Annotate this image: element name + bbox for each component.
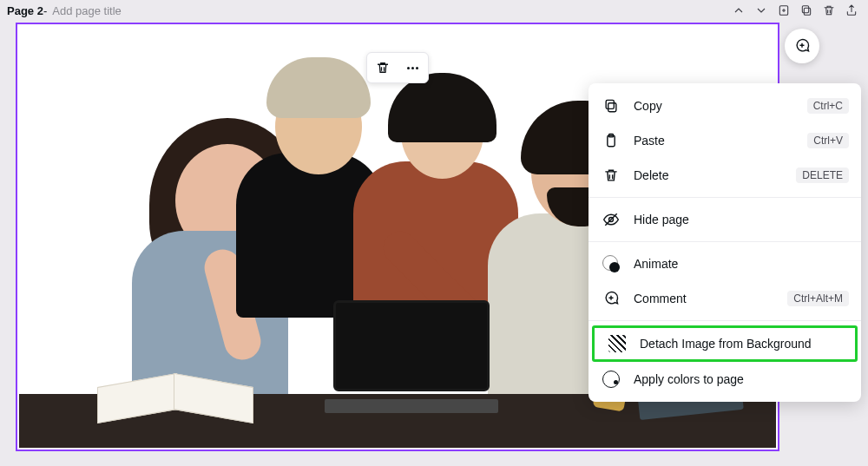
menu-item-apply-colors[interactable]: Apply colors to page: [589, 362, 861, 397]
menu-item-copy[interactable]: Copy Ctrl+C: [589, 89, 861, 123]
palette-icon: [601, 369, 621, 390]
menu-label: Detach Image from Background: [640, 337, 843, 351]
page-header: Page 2 - Add page title: [0, 0, 868, 21]
menu-item-hide-page[interactable]: Hide page: [589, 202, 861, 237]
menu-label: Animate: [634, 257, 849, 271]
menu-shortcut: Ctrl+V: [807, 133, 849, 148]
menu-label: Paste: [634, 134, 807, 148]
selection-mini-toolbar: [366, 52, 429, 83]
more-options-button[interactable]: [402, 56, 424, 79]
trash-icon: [601, 165, 621, 186]
delete-button[interactable]: [372, 56, 394, 79]
page-title-placeholder[interactable]: Add page title: [52, 4, 122, 17]
add-page-icon[interactable]: [774, 1, 793, 20]
menu-separator: [589, 197, 861, 198]
menu-item-animate[interactable]: Animate: [589, 246, 861, 281]
add-comment-fab[interactable]: [785, 29, 819, 63]
menu-shortcut: Ctrl+C: [807, 98, 849, 114]
detach-icon: [607, 333, 628, 354]
menu-shortcut: DELETE: [796, 167, 849, 183]
svg-rect-4: [606, 100, 614, 108]
menu-label: Hide page: [634, 213, 849, 226]
menu-item-paste[interactable]: Paste Ctrl+V: [589, 123, 861, 158]
menu-label: Delete: [634, 168, 796, 182]
menu-label: Comment: [634, 292, 787, 305]
separator: -: [43, 4, 47, 17]
comment-icon: [601, 288, 621, 309]
hide-icon: [601, 209, 621, 230]
move-page-up-icon[interactable]: [729, 1, 748, 20]
more-icon: [407, 67, 418, 69]
menu-item-detach-image[interactable]: Detach Image from Background: [592, 325, 858, 362]
delete-page-icon[interactable]: [819, 1, 838, 20]
menu-separator: [589, 320, 861, 321]
copy-icon: [601, 95, 621, 116]
menu-shortcut: Ctrl+Alt+M: [787, 291, 849, 306]
duplicate-page-icon[interactable]: [797, 1, 816, 20]
context-menu: Copy Ctrl+C Paste Ctrl+V Delete DELETE H…: [589, 83, 861, 402]
svg-rect-2: [802, 6, 808, 13]
menu-item-delete[interactable]: Delete DELETE: [589, 158, 861, 193]
move-page-down-icon[interactable]: [752, 1, 771, 20]
svg-rect-1: [804, 8, 810, 15]
menu-item-comment[interactable]: Comment Ctrl+Alt+M: [589, 281, 861, 316]
share-page-icon[interactable]: [842, 1, 861, 20]
menu-label: Copy: [634, 99, 807, 113]
menu-label: Apply colors to page: [634, 372, 849, 386]
animate-icon: [601, 253, 621, 274]
page-number-label: Page 2: [7, 4, 43, 17]
menu-separator: [589, 241, 861, 242]
paste-icon: [601, 130, 621, 151]
svg-rect-3: [608, 103, 616, 112]
